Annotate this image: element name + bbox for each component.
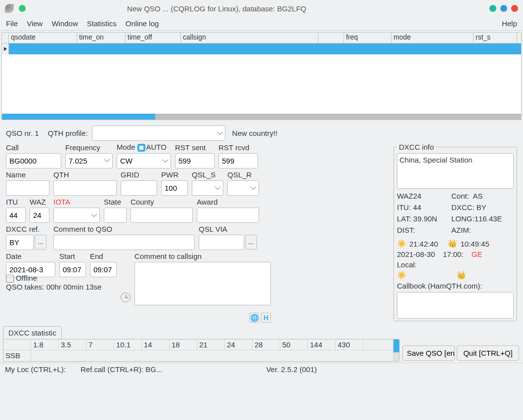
grid-input[interactable] — [121, 180, 157, 196]
title-bar: New QSO ... (CQRLOG for Linux), database… — [0, 0, 523, 17]
qth-label: QTH — [53, 170, 117, 179]
clock-icon[interactable] — [121, 293, 131, 302]
menu-window[interactable]: Window — [51, 19, 78, 28]
itu-label: ITU — [6, 198, 26, 206]
band-table[interactable]: SSB 1.8 3.5 7 10.1 14 18 21 24 28 50 144… — [3, 339, 399, 362]
auto-checkbox[interactable] — [137, 144, 145, 152]
award-label: Award — [197, 198, 259, 206]
status-myloc: My Loc (CTRL+L): — [5, 365, 66, 374]
rst-sent-label: RST sent — [175, 143, 215, 152]
menu-file[interactable]: File — [6, 19, 18, 28]
callbook-box — [397, 292, 514, 319]
crown-icon: 👑 — [448, 239, 457, 248]
rst-rcvd-label: RST rcvd — [218, 143, 258, 152]
menu-statistics[interactable]: Statistics — [87, 19, 117, 28]
menu-online-log[interactable]: Online log — [126, 19, 159, 28]
date-label: Date — [6, 252, 55, 260]
qth-profile-label: QTH profile: — [48, 129, 88, 137]
rst-sent-input[interactable] — [175, 153, 215, 168]
app-icon — [5, 4, 14, 13]
waz-input[interactable] — [30, 208, 49, 223]
window-title: New QSO ... (CQRLOG for Linux), database… — [127, 4, 306, 13]
qsl-r-select[interactable] — [227, 180, 259, 196]
comment-qso-label: Comment to QSO — [53, 225, 195, 233]
county-label: County — [131, 198, 193, 206]
menu-view[interactable]: View — [27, 19, 43, 28]
qsl-s-select[interactable] — [192, 180, 223, 196]
window-dot[interactable] — [19, 5, 26, 12]
crown-icon: 👑 — [457, 271, 466, 280]
col-freq[interactable]: freq — [344, 33, 392, 43]
status-version: Ver. 2.5.2 (001) — [266, 365, 317, 374]
name-label: Name — [6, 170, 49, 179]
col-blank[interactable] — [318, 33, 344, 43]
end-input[interactable] — [90, 262, 117, 277]
mode-select[interactable]: CW — [117, 153, 171, 168]
comment-callsign-input[interactable] — [134, 262, 271, 305]
dxcc-info-group: DXCC info China, Special Station WAZ24 C… — [393, 143, 517, 321]
iota-label: IOTA — [53, 198, 100, 206]
state-input[interactable] — [104, 208, 127, 223]
sun-icon: ☀️ — [397, 239, 406, 248]
sun-icon: ☀️ — [397, 271, 406, 280]
comment-callsign-label: Comment to callsign — [134, 252, 271, 260]
dxcc-ref-label: DXCC ref. — [6, 225, 49, 233]
svg-marker-0 — [4, 47, 7, 51]
qth-profile-select[interactable] — [92, 126, 225, 141]
menu-bar: File View Window Statistics Online log H… — [0, 17, 523, 31]
award-input[interactable] — [197, 208, 259, 223]
callbook-label: Callbook (HamQTH.com): — [397, 282, 514, 290]
globe-icon[interactable]: 🌐 — [249, 313, 259, 323]
dxcc-ref-input[interactable] — [6, 235, 34, 250]
qso-table[interactable]: qsodate time_on time_off callsign freq m… — [1, 32, 522, 120]
window-dot-min[interactable] — [489, 5, 496, 12]
col-mode[interactable]: mode — [392, 33, 474, 43]
grid-label: GRID — [121, 170, 157, 179]
table-row[interactable] — [2, 43, 521, 54]
start-input[interactable] — [59, 262, 86, 277]
qso-takes-label: QSO takes: 00hr 00min 13se — [6, 283, 125, 291]
h-icon[interactable]: H — [261, 313, 271, 323]
pwr-input[interactable] — [161, 180, 188, 196]
pwr-label: PWR — [161, 170, 188, 179]
quit-button[interactable]: Quit [CTRL+Q] — [457, 345, 519, 361]
qsl-r-label: QSL_R — [227, 170, 259, 179]
dxcc-ref-browse-button[interactable]: … — [35, 235, 46, 250]
qsl-via-label: QSL VIA — [199, 225, 262, 233]
table-header: qsodate time_on time_off callsign freq m… — [2, 33, 521, 43]
frequency-select[interactable]: 7.025 — [65, 153, 113, 168]
col-qsodate[interactable]: qsodate — [9, 33, 77, 43]
offline-label: Offline — [16, 274, 37, 282]
row-label: SSB — [3, 350, 31, 361]
qsl-s-label: QSL_S — [192, 170, 223, 179]
qso-nr-label: QSO nr. 1 — [6, 129, 39, 137]
menu-help[interactable]: Help — [502, 19, 517, 28]
status-refcall: Ref.call (CTRL+R): BG... — [81, 365, 162, 374]
frequency-label: Frequency — [65, 143, 113, 152]
qth-input[interactable] — [53, 180, 117, 196]
tab-dxcc-statistic[interactable]: DXCC statistic — [3, 326, 62, 339]
comment-qso-input[interactable] — [53, 235, 195, 250]
qsl-via-browse-button[interactable]: … — [245, 235, 257, 250]
col-time-on[interactable]: time_on — [77, 33, 126, 43]
col-callsign[interactable]: callsign — [181, 33, 318, 43]
itu-input[interactable] — [6, 208, 26, 223]
save-qso-button[interactable]: Save QSO [en — [402, 345, 455, 361]
col-time-off[interactable]: time_off — [126, 33, 181, 43]
qsl-via-input[interactable] — [199, 235, 244, 250]
call-label: Call — [6, 143, 61, 152]
window-dot-close[interactable] — [511, 5, 518, 12]
start-label: Start — [59, 252, 86, 260]
offline-checkbox[interactable] — [6, 275, 14, 283]
county-input[interactable] — [131, 208, 193, 223]
call-input[interactable] — [6, 153, 61, 168]
iota-select[interactable] — [53, 208, 100, 223]
new-country-label: New country!! — [232, 129, 278, 137]
window-dot-max[interactable] — [500, 5, 507, 12]
state-label: State — [104, 198, 127, 206]
rst-rcvd-input[interactable] — [218, 153, 258, 168]
vertical-scrollbar[interactable] — [393, 339, 399, 361]
horizontal-scrollbar[interactable] — [2, 114, 521, 120]
col-rst-s[interactable]: rst_s — [474, 33, 517, 43]
name-input[interactable] — [6, 180, 49, 196]
